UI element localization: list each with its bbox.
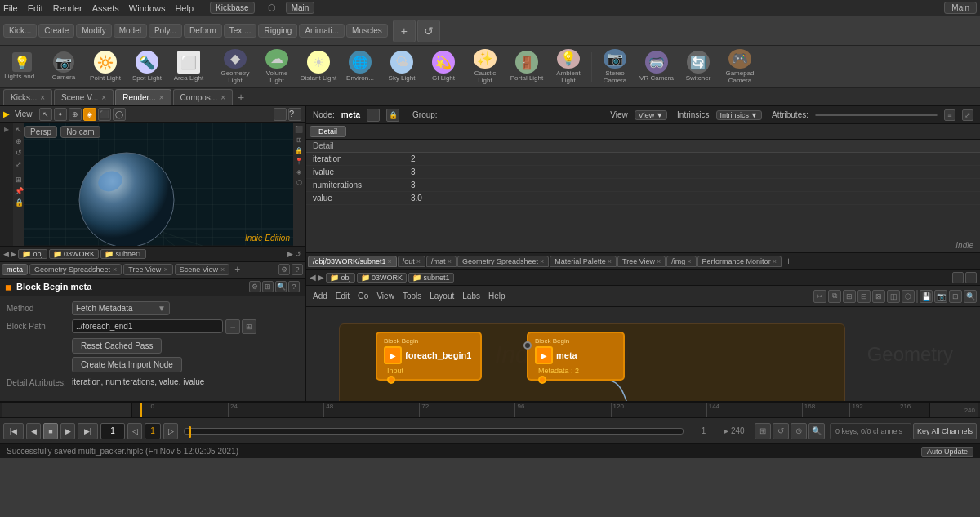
- menu-edit[interactable]: Edit: [28, 3, 43, 13]
- vp-tool-handle[interactable]: ⊞: [16, 176, 22, 184]
- vp-tool-3[interactable]: ⊕: [69, 108, 82, 121]
- ne-tab-out[interactable]: /out ×: [398, 256, 425, 267]
- tab-compos-close[interactable]: ×: [220, 93, 225, 102]
- ne-tab-matpalette-close[interactable]: ×: [608, 257, 612, 265]
- tab-render-close[interactable]: ×: [159, 93, 164, 102]
- tab-scene[interactable]: Scene V... ×: [54, 89, 114, 105]
- tab-render[interactable]: Render... ×: [115, 89, 171, 105]
- shelf-tab-poly[interactable]: Poly...: [149, 24, 182, 38]
- ne-tab-subnet[interactable]: /obj/03WORK/subnet1 ×: [308, 256, 397, 267]
- tl-btn-stop[interactable]: ■: [43, 423, 58, 439]
- node-tab-add[interactable]: +: [231, 264, 243, 275]
- ne-tool-copy[interactable]: ⧉: [828, 290, 841, 303]
- ne-tool-9[interactable]: ⊡: [949, 290, 962, 303]
- vp-right-1[interactable]: ⬛: [295, 126, 303, 133]
- environ-light-btn[interactable]: 🌐 Environ...: [340, 47, 381, 87]
- shelf-tab-create[interactable]: Create: [38, 24, 74, 38]
- ne-btn-tools[interactable]: Tools: [399, 290, 425, 302]
- ne-tool-4[interactable]: ⊠: [872, 290, 885, 303]
- menu-windows[interactable]: Windows: [129, 3, 166, 13]
- menu-assets[interactable]: Assets: [92, 3, 119, 13]
- sky-light-btn[interactable]: 🌤 Sky Light: [381, 47, 422, 87]
- shelf-tab-modify[interactable]: Modify: [76, 24, 111, 38]
- vp-tool-lock[interactable]: 🔒: [15, 198, 24, 207]
- vp-tool-select[interactable]: ↖: [39, 108, 52, 121]
- attr-tab-detail[interactable]: Detail: [310, 126, 346, 137]
- area-light-btn[interactable]: ⬜ Area Light: [168, 47, 209, 87]
- tab-kicks[interactable]: Kicks... ×: [3, 89, 52, 105]
- node-meta[interactable]: Block Begin ▶ meta Metadata : 2: [527, 332, 625, 381]
- tl-frame-input[interactable]: 1: [100, 423, 125, 439]
- meta-output[interactable]: [538, 376, 546, 384]
- props-method-select[interactable]: Fetch Metadata ▼: [72, 301, 170, 315]
- spot-light-btn[interactable]: 🔦 Spot Light: [127, 47, 167, 87]
- nav-refresh[interactable]: ↺: [295, 250, 301, 258]
- vp-right-4[interactable]: 📍: [295, 158, 303, 165]
- vp-right-6[interactable]: ⬡: [296, 179, 302, 186]
- tab-add-button[interactable]: +: [234, 91, 247, 104]
- shelf-tab-muscles[interactable]: Muscles: [346, 24, 388, 38]
- tab-scene-close[interactable]: ×: [101, 93, 106, 102]
- node-tab-meta[interactable]: meta: [2, 264, 28, 275]
- ne-tab-geospreadsheet[interactable]: Geometry Spreadsheet ×: [457, 256, 549, 267]
- ne-tool-5[interactable]: ◫: [887, 290, 900, 303]
- vp-tool-rotate[interactable]: ↺: [16, 149, 22, 157]
- ne-tab-img-close[interactable]: ×: [687, 257, 691, 265]
- vp-tool-6[interactable]: ◯: [113, 108, 126, 121]
- meta-input[interactable]: [523, 341, 532, 350]
- attr-attrs-input[interactable]: [815, 114, 938, 116]
- vp-right-2[interactable]: ⊞: [296, 136, 302, 144]
- props-blockpath-input[interactable]: ../foreach_end1: [72, 319, 223, 333]
- tl-btn-step-back[interactable]: ◁: [127, 423, 142, 439]
- ne-tab-add[interactable]: +: [782, 256, 795, 267]
- shelf-icon-add[interactable]: +: [393, 20, 416, 42]
- obj-btn[interactable]: 📁 obj: [18, 249, 47, 259]
- tl-key-all-btn[interactable]: Key All Channels: [913, 423, 977, 439]
- props-create-btn[interactable]: Create Meta Import Node: [72, 357, 182, 372]
- ne-tab-treeview-close[interactable]: ×: [657, 257, 661, 265]
- props-reset-btn[interactable]: Reset Cached Pass: [72, 338, 162, 354]
- shelf-tab-text[interactable]: Text...: [224, 24, 257, 38]
- tl-btn-jump-end[interactable]: ▶|: [78, 423, 98, 439]
- node-tab-geo-close[interactable]: ×: [113, 265, 117, 274]
- tl-step-frame[interactable]: 1: [145, 423, 161, 439]
- ne-tool-7[interactable]: 💾: [920, 290, 933, 303]
- work-btn[interactable]: 📁 03WORK: [49, 249, 100, 259]
- props-icon-info[interactable]: ?: [288, 281, 300, 292]
- lights-dropdown[interactable]: 💡 Lights and...: [2, 47, 42, 87]
- no-cam-btn[interactable]: No cam: [60, 126, 100, 138]
- props-icon-1[interactable]: ⚙: [249, 281, 261, 292]
- ne-tab-out-close[interactable]: ×: [416, 257, 421, 265]
- node-foreach-begin1[interactable]: Block Begin ▶ foreach_begin1 Input: [376, 332, 482, 381]
- app-dropdown[interactable]: Kickbase: [210, 2, 255, 14]
- persp-btn[interactable]: Persp: [24, 126, 57, 138]
- ne-tool-3[interactable]: ⊟: [858, 290, 871, 303]
- point-light-btn[interactable]: 🔆 Point Light: [85, 47, 126, 87]
- vp-tool-pin[interactable]: 📌: [15, 187, 24, 195]
- ne-subnet-btn[interactable]: 📁 subnet1: [408, 273, 454, 283]
- ne-tab-img[interactable]: /img ×: [666, 256, 696, 267]
- tl-icon-2[interactable]: ↺: [773, 423, 789, 439]
- nav-arrow-right[interactable]: ▶: [287, 250, 293, 258]
- ne-tool-6[interactable]: ⬡: [902, 290, 915, 303]
- subnet-btn[interactable]: 📁 subnet1: [100, 249, 146, 259]
- props-icon-2[interactable]: ⊞: [262, 281, 274, 292]
- ne-tab-mat[interactable]: /mat ×: [426, 256, 457, 267]
- ne-nav-fwd[interactable]: ▶: [318, 273, 324, 282]
- geometry-light-btn[interactable]: ◆ Geometry Light: [215, 47, 256, 87]
- ne-btn-go[interactable]: Go: [354, 290, 372, 302]
- shelf-tab-model[interactable]: Model: [114, 24, 147, 38]
- ne-tool-select[interactable]: ✂: [813, 290, 826, 303]
- distant-light-btn[interactable]: ☀ Distant Light: [298, 47, 339, 87]
- ne-btn-edit[interactable]: Edit: [332, 290, 353, 302]
- node-tab-tree-close[interactable]: ×: [163, 265, 167, 274]
- attr-filter-icon[interactable]: ≡: [944, 109, 956, 121]
- attr-intrinsics-dropdown[interactable]: Intrinsics ▼: [716, 110, 762, 120]
- node-tab-geo-spreadsheet[interactable]: Geometry Spreadsheet ×: [29, 264, 122, 275]
- ne-canvas[interactable]: Indie Edition Geometry: [306, 307, 980, 401]
- tab-compos[interactable]: Compos... ×: [173, 89, 233, 105]
- gamepad-camera-btn[interactable]: 🎮 Gamepad Camera: [719, 47, 760, 87]
- ne-obj-btn[interactable]: 📁 obj: [326, 273, 355, 283]
- vp-tool-move[interactable]: ⊕: [16, 137, 22, 145]
- vp-tool-4[interactable]: ◈: [83, 108, 96, 121]
